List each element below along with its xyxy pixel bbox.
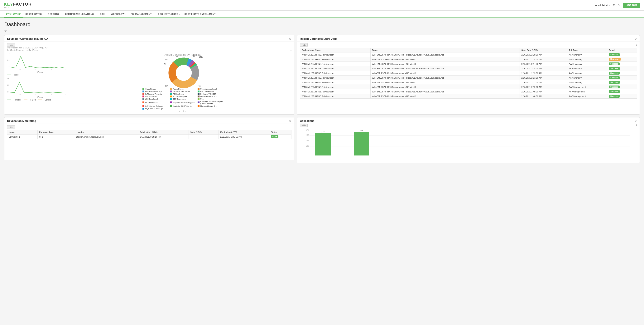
jobs-info-icon[interactable]: ℹ [636,44,637,47]
nav-pki-arrow: ▾ [152,13,154,15]
revocation-settings-icon[interactable]: ⚙ [289,119,292,122]
collections-settings-icon[interactable]: ⚙ [634,119,637,122]
pie-legend-color-cisco [142,88,144,90]
nav-dashboard[interactable]: DASHBOARD [4,10,23,18]
job-orchestrator: WIN-8ML2S7JHRN3.Fairview.com [300,80,370,85]
job-type: AWSInventory [567,71,607,76]
nav-reports[interactable]: REPORTS ▾ [46,10,63,18]
table-row: WIN-8ML2S7JHRN3.Fairview.com WIN-8ML2S7J… [300,66,637,71]
table-row: WIN-8ML2S7JHRN3.Fairview.com WIN-8ML2S7J… [300,94,637,99]
job-orchestrator: WIN-8ML2S7JHRN3.Fairview.com [300,57,370,62]
revocation-info-icon[interactable]: ℹ [290,126,292,129]
pie-legend-item-kf-scep-sign: Keyfactor SCEP Signing [170,105,196,107]
revoked-legend-dot [7,100,11,100]
pie-legend-color-webpfx [198,91,200,92]
revocation-hide-button[interactable]: Hide [7,125,15,129]
header: KEYFACTOR v8.2.2.0 Administrator ⚙ ? LOG… [0,0,644,11]
revocation-header-row: Name Endpoint Type Location Publication … [7,130,292,135]
job-date: 2/16/2021 2:15:00 AM [520,53,567,57]
job-type: AWSManagement [567,94,607,99]
nav-workflow[interactable]: WORKFLOW ▾ [108,10,128,18]
result-badge: Success [609,90,620,93]
nav-cert-locations[interactable]: CERTIFICATE LOCATIONS ▾ [63,10,98,18]
job-date: 2/16/2021 2:13:00 AM [520,76,567,80]
logo-text: KEYFACTOR [4,2,32,7]
result-badge: Success [609,72,620,75]
rev-col-location: Location [74,130,138,135]
pie-legend-color-iot [142,93,144,95]
job-target: WIN-8ML2S7JHRN3.Fairview.com - US West 2 [370,57,520,62]
pie-down-arrow[interactable]: ▼ [185,110,187,112]
ca-hide-button[interactable]: Hide [7,43,15,47]
page-settings-icon[interactable]: ⚙ [4,29,640,33]
pie-legend-color-ms2yr [198,96,200,97]
job-orchestrator: WIN-8ML2S7JHRN3.Fairview.com [300,66,370,71]
pie-legend: Cisco Router Avaya Phone User Autoenroll… [142,88,223,110]
pie-legend-color-approval [170,96,172,97]
collections-info-icon[interactable]: ℹ [636,124,637,127]
collections-hide-button[interactable]: Hide [300,124,308,127]
ca-widget-title: Keyfactor Command Issuing CA [7,37,48,40]
pie-legend-item-ms3yr: Microsoft Server 3 yr [198,105,223,107]
revocation-widget-content: Hide ℹ Name Endpoint Type Location Publi… [4,124,294,141]
pie-legend-color-ms1yr [142,91,144,92]
jobs-settings-icon[interactable]: ⚙ [634,37,637,40]
nav-cert-enrollment[interactable]: CERTIFICATE ENROLLMENT ▾ [182,10,220,18]
pie-page: 1/2 [182,110,184,112]
collections-widget-content: Hide ℹ 175 150 125 100 [297,124,640,163]
pie-label-1018: 1018 [164,85,168,87]
jobs-widget-title: Recent Certificate Store Jobs [300,37,337,40]
pie-legend-item-exchange: Exchange Enrollment Agent (Offline reque… [198,100,223,105]
pie-legend-item-self-signed: Self_Signed_Reissue [142,105,168,107]
job-type: AKVInventory [567,53,607,57]
job-result: Unknown [607,57,637,62]
job-type: AKVInventory [567,66,607,71]
pie-up-arrow[interactable]: ▲ [179,110,181,112]
pie-legend-color-jks [142,98,144,100]
pie-label-1311: 1311 [198,85,202,87]
y-label-125: 125 [306,140,309,142]
job-target: WIN-8ML2S7JHRN3.Fairview.com - https://S… [370,53,520,57]
pie-legend-color-kf-tdscep [198,93,200,95]
ca-line-charts: 5k 2.5k 0k 2015105 [7,53,72,112]
pie-label-721: 721 [164,63,168,65]
help-icon[interactable]: ? [618,3,620,7]
jobs-col-orchestrator: Orchestrator Name [300,48,370,53]
pie-legend-item-user-auto: User Autoenrollment [198,88,223,90]
job-result: Success [607,62,637,66]
page-title: Dashboard [4,21,640,28]
job-result: Success [607,71,637,76]
bottom-row: Revocation Monitoring ⚙ Hide ℹ Name Endp… [4,117,640,163]
ca-settings-icon[interactable]: ⚙ [289,37,292,40]
revoked-x-labels: 2015105 [7,94,72,96]
issued-legend-dot [7,75,11,75]
table-row: WIN-8ML2S7JHRN3.Fairview.com WIN-8ML2S7J… [300,62,637,66]
jobs-table-header-row: Orchestrator Name Target Start Date (UTC… [300,48,637,53]
pie-chart-wrap: 1412 1311 1018 721 177 117 89 66 [168,58,197,86]
nav-orchestrators[interactable]: ORCHESTRATORS ▾ [156,10,182,18]
ca-info-icon[interactable]: ℹ [290,48,292,51]
nav-ssh[interactable]: SSH ▾ [98,10,109,18]
jobs-hide-button[interactable]: Hide [300,43,308,47]
pie-legend-item-ms-web: Microsoft Web Server [170,90,196,92]
rev-name: Entrust CRL [7,135,38,139]
collections-bar-svg: 175 150 125 100 138 [300,128,637,161]
revoked-chart-wrap: 2k 1k 0k 2 [7,78,72,101]
result-badge: Success [609,63,620,65]
issued-chart-wrap: 5k 2.5k 0k 2015105 [7,53,72,76]
issued-weeks-label: Weeks [7,71,72,73]
nav-certificates[interactable]: CERTIFICATES ▾ [23,10,46,18]
job-type: AKVInventory [567,76,607,80]
rev-exp: 2/22/2021, 8:05:16 PM [219,135,269,139]
table-row: WIN-8ML2S7JHRN3.Fairview.com WIN-8ML2S7J… [300,80,637,85]
collections-widget-icons: ⚙ [634,119,637,122]
nav-pki[interactable]: PKI MANAGEMENT ▾ [128,10,156,18]
rev-col-exp: Expiration (UTC) [219,130,269,135]
header-right: Administrator ⚙ ? LOG OUT [595,3,640,8]
result-badge: Unknown [609,58,620,61]
settings-icon[interactable]: ⚙ [612,3,616,7]
pie-legend-item-api: API Enrollment [142,95,168,97]
table-row: WIN-8ML2S7JHRN3.Fairview.com WIN-8ML2S7J… [300,89,637,94]
logout-button[interactable]: LOG OUT [623,3,640,8]
revoked-legend-label: Revoked [14,99,21,101]
